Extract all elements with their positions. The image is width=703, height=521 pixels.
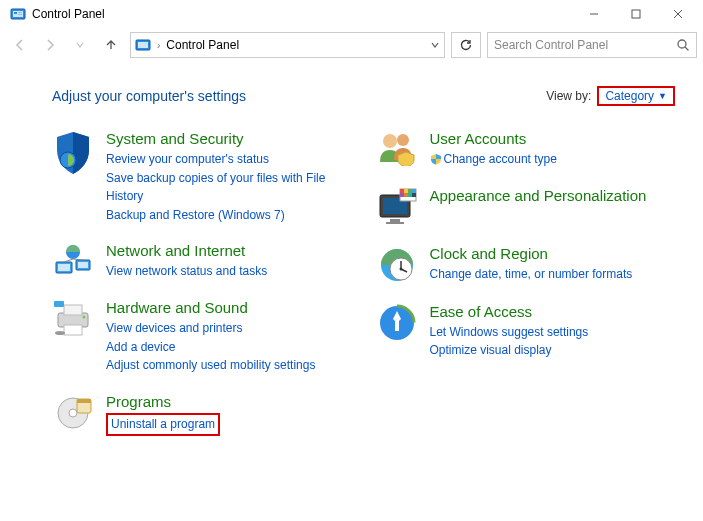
svg-rect-30 [77,399,91,403]
printer-icon [52,299,94,375]
clock-icon [376,245,418,285]
svg-rect-53 [395,321,399,331]
svg-point-24 [83,315,86,318]
svg-point-31 [383,134,397,148]
category-title[interactable]: Appearance and Personalization [430,187,676,205]
back-button[interactable] [6,31,34,59]
svg-rect-18 [78,262,88,268]
svg-rect-6 [632,10,640,18]
svg-rect-39 [404,189,408,193]
category-programs: Programs Uninstall a program [52,393,352,437]
page-heading: Adjust your computer's settings [52,88,546,104]
category-title[interactable]: Programs [106,393,352,411]
view-by-value: Category [605,89,654,103]
link-review-status[interactable]: Review your computer's status [106,150,352,169]
title-bar: Control Panel [0,0,703,28]
minimize-button[interactable] [573,2,615,26]
refresh-button[interactable] [451,32,481,58]
close-button[interactable] [657,2,699,26]
uac-shield-icon [430,153,442,165]
svg-rect-16 [58,264,70,271]
category-title[interactable]: System and Security [106,130,352,148]
control-panel-icon [10,6,26,22]
programs-icon [52,393,94,437]
svg-line-12 [685,47,689,51]
category-user-accounts: User Accounts Change account type [376,130,676,169]
svg-rect-3 [18,12,22,13]
svg-rect-44 [408,193,412,197]
address-text: Control Panel [166,38,239,52]
view-by-dropdown[interactable]: Category ▼ [597,86,675,106]
link-mobility-settings[interactable]: Adjust commonly used mobility settings [106,356,352,375]
category-appearance: Appearance and Personalization [376,187,676,227]
link-devices-printers[interactable]: View devices and printers [106,319,352,338]
category-ease-of-access: Ease of Access Let Windows suggest setti… [376,303,676,360]
svg-rect-4 [18,14,22,15]
svg-rect-45 [412,193,416,197]
svg-rect-10 [138,42,148,48]
link-file-history[interactable]: Save backup copies of your files with Fi… [106,169,352,206]
content-area: Adjust your computer's settings View by:… [0,62,703,446]
svg-rect-40 [408,189,412,193]
maximize-button[interactable] [615,2,657,26]
svg-rect-41 [412,189,416,193]
shield-icon [52,130,94,224]
chevron-down-icon: ▼ [658,91,667,101]
appearance-icon [376,187,418,227]
svg-point-26 [55,331,65,335]
category-title[interactable]: Clock and Region [430,245,676,263]
svg-rect-23 [64,325,82,335]
address-dropdown-icon[interactable] [430,40,440,50]
users-icon [376,130,418,169]
svg-rect-38 [400,189,404,193]
link-optimize-display[interactable]: Optimize visual display [430,341,676,360]
link-backup-restore[interactable]: Backup and Restore (Windows 7) [106,206,352,225]
link-suggest-settings[interactable]: Let Windows suggest settings [430,323,676,342]
navigation-bar: › Control Panel Search Control Panel [0,28,703,62]
control-panel-icon [135,37,151,53]
left-column: System and Security Review your computer… [52,130,352,436]
category-title[interactable]: Ease of Access [430,303,676,321]
svg-rect-36 [386,222,404,224]
link-change-account-type[interactable]: Change account type [430,150,676,169]
svg-point-28 [69,409,77,417]
category-system-security: System and Security Review your computer… [52,130,352,224]
right-column: User Accounts Change account type Appear… [376,130,676,436]
category-title[interactable]: Hardware and Sound [106,299,352,317]
svg-point-32 [397,134,409,146]
search-icon [676,38,690,52]
search-input[interactable]: Search Control Panel [487,32,697,58]
chevron-right-icon: › [157,40,160,51]
forward-button[interactable] [36,31,64,59]
network-icon [52,242,94,281]
link-uninstall-program[interactable]: Uninstall a program [111,417,215,431]
svg-rect-42 [400,193,404,197]
view-by-label: View by: [546,89,591,103]
category-network-internet: Network and Internet View network status… [52,242,352,281]
svg-rect-35 [390,219,400,222]
window-title: Control Panel [32,7,105,21]
recent-locations-dropdown[interactable] [66,31,94,59]
svg-line-20 [73,259,83,260]
svg-rect-22 [64,305,82,315]
ease-of-access-icon [376,303,418,360]
link-add-device[interactable]: Add a device [106,338,352,357]
svg-point-11 [678,40,686,48]
svg-rect-2 [14,12,17,14]
search-placeholder: Search Control Panel [494,38,676,52]
link-date-time-formats[interactable]: Change date, time, or number formats [430,265,676,284]
svg-point-50 [399,267,402,270]
category-clock-region: Clock and Region Change date, time, or n… [376,245,676,285]
category-title[interactable]: Network and Internet [106,242,352,260]
category-title[interactable]: User Accounts [430,130,676,148]
svg-rect-43 [404,193,408,197]
svg-rect-25 [54,301,64,307]
category-hardware-sound: Hardware and Sound View devices and prin… [52,299,352,375]
address-bar[interactable]: › Control Panel [130,32,445,58]
up-button[interactable] [96,31,124,59]
link-network-status[interactable]: View network status and tasks [106,262,352,281]
